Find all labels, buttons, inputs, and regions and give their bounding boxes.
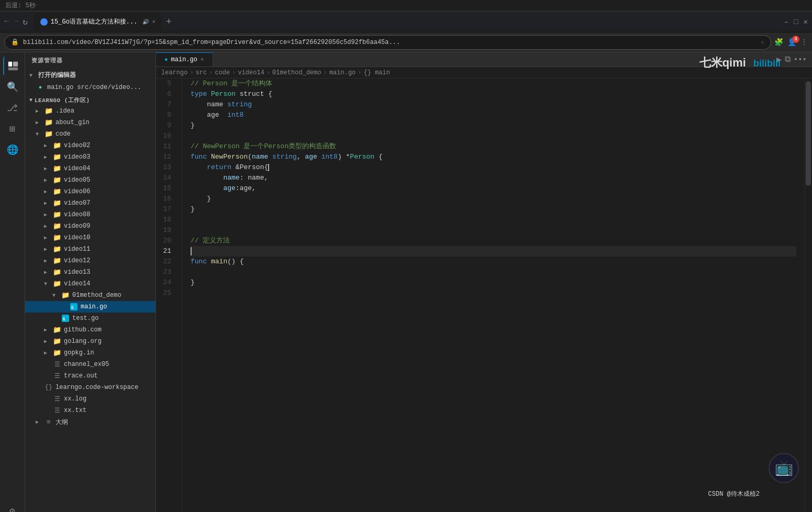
- tree-item-golang[interactable]: ▶📁golang.org: [25, 336, 155, 347]
- bilibili-tv-logo[interactable]: 📺: [769, 453, 799, 483]
- split-editor-icon[interactable]: ⧉: [785, 54, 791, 64]
- tree-item-gopkg[interactable]: ▶📁gopkg.in: [25, 347, 155, 359]
- editor-scrollbar[interactable]: [805, 79, 812, 512]
- code-line-10: [191, 131, 796, 141]
- breadcrumb-maingo[interactable]: main.go: [329, 69, 355, 76]
- minimize-button[interactable]: –: [784, 18, 788, 26]
- activity-search[interactable]: 🔍: [3, 77, 22, 96]
- tab-close[interactable]: ×: [152, 19, 155, 25]
- code-line-8: age int8: [191, 110, 796, 120]
- line-numbers: 5 6 7 8 9 10 11 12 13 14 15 16 17 18 19 …: [156, 79, 182, 512]
- csdn-badge: CSDN @待木成植2: [708, 489, 760, 498]
- code-line-13: return &Person{: [191, 162, 796, 173]
- code-line-9: }: [191, 120, 796, 131]
- code-line-15: age:age,: [191, 183, 796, 194]
- tree-item-idea[interactable]: ▶📁.idea: [25, 105, 155, 117]
- tree-item-video05[interactable]: ▶📁video05: [25, 174, 155, 186]
- tree-item-test-go[interactable]: G test.go: [25, 313, 155, 324]
- tree-item-video04[interactable]: ▶📁video04: [25, 163, 155, 174]
- tree-item-video03[interactable]: ▶📁video03: [25, 151, 155, 163]
- close-browser-button[interactable]: ✕: [804, 17, 808, 26]
- editor-tab-main-go[interactable]: ● main.go ×: [156, 52, 213, 66]
- workspace-section: ▼ LEARNGO (工作区): [25, 93, 155, 105]
- breadcrumb-src[interactable]: src: [196, 69, 207, 76]
- code-line-23: [191, 267, 796, 277]
- active-tab[interactable]: 15_Go语言基础之方法和接... 🔊 ×: [34, 13, 162, 31]
- tree-item-video02[interactable]: ▶📁video02: [25, 140, 155, 151]
- menu-icon[interactable]: ⋮: [800, 38, 808, 47]
- tree-item-video10[interactable]: ▶📁video10: [25, 232, 155, 243]
- tree-item-video09[interactable]: ▶📁video09: [25, 220, 155, 232]
- restore-button[interactable]: □: [794, 18, 798, 26]
- code-line-11: // NewPerson 是一个Person类型的构造函数: [191, 141, 796, 152]
- tab-label: 15_Go语言基础之方法和接...: [51, 17, 138, 26]
- tree-item-xx-txt[interactable]: ☰xx.txt: [25, 405, 155, 416]
- tree-item-channel-ex05[interactable]: ☰channel_ex05: [25, 359, 155, 370]
- code-line-16: }: [191, 194, 796, 204]
- open-file-main[interactable]: ● main.go src/code/video...: [25, 82, 155, 93]
- more-actions-icon[interactable]: •••: [794, 55, 807, 64]
- tree-item-trace-out[interactable]: ☰trace.out: [25, 370, 155, 382]
- activity-remote[interactable]: 🌐: [3, 140, 22, 159]
- activity-bar: 🔍 ⎇ ⊞ 🌐 ⚙: [0, 52, 25, 512]
- activity-files[interactable]: [3, 57, 22, 75]
- code-line-21: [191, 246, 796, 257]
- code-line-17: }: [191, 204, 796, 215]
- open-editors-section: ▼ 打开的编辑器: [25, 69, 155, 82]
- tree-item-xx-log[interactable]: ☰xx.log: [25, 393, 155, 405]
- back-button[interactable]: ←: [4, 17, 9, 27]
- tree-item-video08[interactable]: ▶📁video08: [25, 209, 155, 220]
- activity-git[interactable]: ⎇: [3, 98, 22, 117]
- svg-text:G: G: [63, 317, 65, 321]
- tree-item-video11[interactable]: ▶📁video11: [25, 243, 155, 255]
- code-line-18: [191, 215, 796, 225]
- code-line-24: }: [191, 277, 796, 288]
- editor-area: ● main.go × ▶ ⧉ ••• learngo › src › code…: [156, 52, 812, 512]
- tree-item-video07[interactable]: ▶📁video07: [25, 197, 155, 209]
- code-editor[interactable]: // Person 是一个结构体 type Person struct { na…: [182, 79, 805, 512]
- lock-icon: 🔒: [11, 38, 19, 46]
- editor-tab-close[interactable]: ×: [201, 57, 204, 63]
- tree-item-01method-demo[interactable]: ▼📁01method_demo: [25, 290, 155, 301]
- refresh-button[interactable]: ↻: [23, 17, 28, 27]
- svg-text:G: G: [71, 305, 74, 310]
- address-bar[interactable]: 🔒 bilibili.com/video/BV1ZJ411W7jG/?p=15&…: [4, 35, 771, 50]
- tree-item-video06[interactable]: ▶📁video06: [25, 186, 155, 197]
- tree-item-main-go[interactable]: G main.go: [25, 301, 155, 313]
- code-line-12: func NewPerson(name string, age int8) *P…: [191, 152, 796, 162]
- code-line-6: type Person struct {: [191, 89, 796, 99]
- code-line-14: name: name,: [191, 173, 796, 183]
- extensions-icon[interactable]: 🧩: [774, 38, 783, 47]
- breadcrumb-code[interactable]: code: [215, 69, 230, 76]
- svg-rect-0: [8, 62, 12, 66]
- svg-rect-2: [8, 68, 17, 71]
- new-tab-button[interactable]: +: [164, 15, 174, 29]
- tree-item-workspace[interactable]: {}learngo.code-workspace: [25, 382, 155, 393]
- editor-tab-label: main.go: [171, 56, 197, 63]
- tree-item-outline[interactable]: ▶≡大纲: [25, 416, 155, 428]
- forward-button[interactable]: →: [14, 17, 19, 27]
- sidebar: 资源管理器 ▼ 打开的编辑器 ● main.go src/code/video.…: [25, 52, 156, 512]
- tree-item-about-gin[interactable]: ▶📁about_gin: [25, 117, 155, 128]
- code-line-20: // 定义方法: [191, 236, 796, 246]
- tree-item-video12[interactable]: ▶📁video12: [25, 255, 155, 266]
- tab-audio: 🔊: [142, 19, 149, 25]
- tree-item-github[interactable]: ▶📁github.com: [25, 324, 155, 336]
- tree-item-code[interactable]: ▼📁code: [25, 128, 155, 140]
- breadcrumb-01method[interactable]: 01method_demo: [272, 69, 321, 76]
- code-line-22: func main() {: [191, 257, 796, 267]
- code-container: 5 6 7 8 9 10 11 12 13 14 15 16 17 18 19 …: [156, 79, 812, 512]
- breadcrumb-video14[interactable]: video14: [238, 69, 264, 76]
- tree-item-video14[interactable]: ▼📁video14: [25, 278, 155, 290]
- activity-extensions[interactable]: ⊞: [3, 119, 22, 138]
- bookmark-icon[interactable]: ☆: [761, 38, 764, 46]
- breadcrumb-learngo[interactable]: learngo: [161, 69, 187, 76]
- code-line-5: // Person 是一个结构体: [191, 79, 796, 89]
- back-hint: 后退: 5秒: [5, 1, 36, 10]
- url-text: bilibili.com/video/BV1ZJ411W7jG/?p=15&sp…: [23, 39, 400, 46]
- activity-settings[interactable]: ⚙: [3, 502, 22, 512]
- breadcrumb-main-func[interactable]: {} main: [364, 69, 390, 76]
- code-line-19: [191, 225, 796, 236]
- tree-item-video13[interactable]: ▶📁video13: [25, 266, 155, 278]
- code-line-7: name string: [191, 99, 796, 110]
